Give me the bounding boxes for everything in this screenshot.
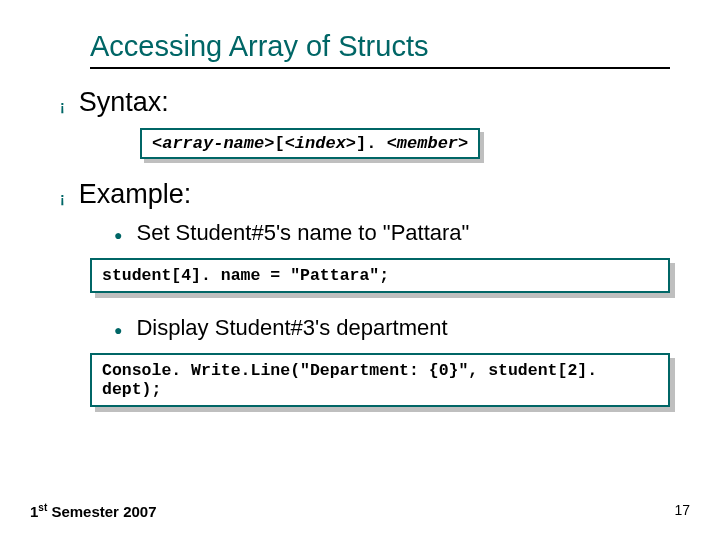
code-token: ]. bbox=[356, 134, 387, 153]
example-item-row: ● Set Student#5's name to "Pattara" bbox=[114, 220, 680, 246]
code-token: [ bbox=[274, 134, 284, 153]
example-item-text: Display Student#3's department bbox=[136, 315, 447, 341]
bullet-circle-icon: ¡ bbox=[60, 98, 65, 114]
example-code: student[4]. name = "Pattara"; bbox=[90, 258, 670, 293]
slide: Accessing Array of Structs ¡ Syntax: <ar… bbox=[0, 0, 720, 540]
example-item-text: Set Student#5's name to "Pattara" bbox=[136, 220, 469, 246]
code-token: <index> bbox=[285, 134, 356, 153]
title-underline bbox=[90, 67, 670, 69]
example-heading: Example: bbox=[79, 179, 192, 210]
syntax-heading-row: ¡ Syntax: bbox=[60, 87, 680, 118]
example-heading-row: ¡ Example: bbox=[60, 179, 680, 210]
footer-rest: Semester 2007 bbox=[47, 503, 156, 520]
bullet-circle-icon: ¡ bbox=[60, 190, 65, 206]
code-token: <member> bbox=[387, 134, 469, 153]
footer-ordinal-suffix: st bbox=[38, 502, 47, 513]
title-wrap: Accessing Array of Structs bbox=[90, 30, 680, 63]
slide-title: Accessing Array of Structs bbox=[90, 30, 680, 63]
syntax-code: <array-name>[<index>]. <member> bbox=[140, 128, 480, 159]
example-item-row: ● Display Student#3's department bbox=[114, 315, 680, 341]
code-token: <array-name> bbox=[152, 134, 274, 153]
syntax-codebox-row: <array-name>[<index>]. <member> bbox=[140, 128, 680, 159]
bullet-dot-icon: ● bbox=[114, 322, 122, 338]
bullet-dot-icon: ● bbox=[114, 227, 122, 243]
page-number: 17 bbox=[674, 502, 690, 518]
example-code: Console. Write.Line("Department: {0}", s… bbox=[90, 353, 670, 407]
syntax-heading: Syntax: bbox=[79, 87, 169, 118]
footer-text: 1st Semester 2007 bbox=[30, 502, 157, 520]
